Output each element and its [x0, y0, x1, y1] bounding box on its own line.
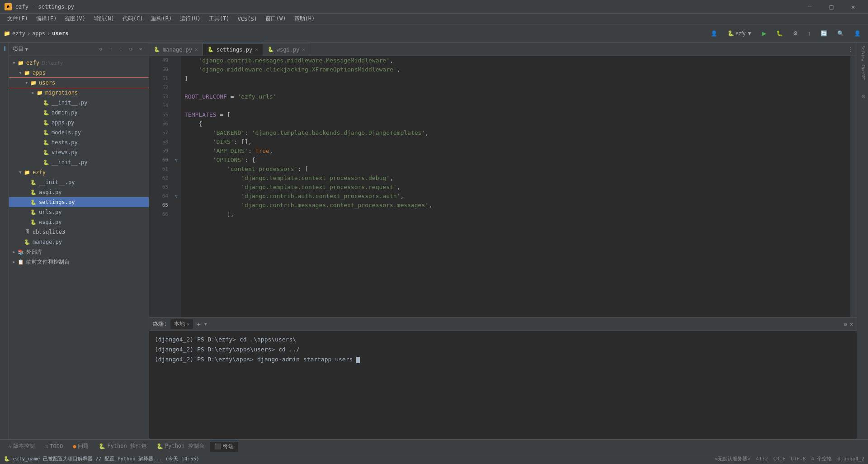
tab-manage[interactable]: 🐍 manage.py ✕ [149, 43, 203, 56]
filter-btn[interactable]: ⋮ [116, 45, 125, 54]
status-line-ending[interactable]: CRLF [774, 456, 786, 462]
minimize-button[interactable]: ─ [799, 0, 820, 14]
tree-item-admin[interactable]: ▶ 🐍 admin.py [9, 108, 149, 118]
user-icon-btn[interactable]: 👤 [707, 28, 721, 38]
terminal-close-icon[interactable]: ✕ [187, 322, 189, 327]
tree-item-db[interactable]: ▶ 🗄 db.sqlite3 [9, 227, 149, 237]
tree-item-apps[interactable]: ▼ 📁 apps [9, 68, 149, 78]
tree-item-models[interactable]: ▶ 🐍 models.py [9, 128, 149, 137]
tab-wsgi[interactable]: 🐍 wsgi.py ✕ [263, 43, 310, 56]
terminal-tab-local[interactable]: 本地 ✕ [170, 319, 193, 329]
bottom-tab-python-console[interactable]: 🐍 Python 控制台 [152, 441, 209, 451]
tab-close-icon[interactable]: ✕ [195, 47, 198, 52]
menu-view[interactable]: 视图(V) [61, 14, 89, 24]
menu-tools[interactable]: 工具(T) [205, 14, 233, 24]
close-button[interactable]: ✕ [843, 0, 863, 14]
breadcrumb-apps[interactable]: apps [32, 30, 45, 37]
menu-file[interactable]: 文件(F) [4, 14, 32, 24]
bottom-tab-vcs[interactable]: ⑃ 版本控制 [4, 441, 39, 451]
tree-item-manage[interactable]: ▶ 🐍 manage.py [9, 237, 149, 247]
gutter-cell [172, 74, 181, 83]
left-sidebar: ▐ [0, 43, 9, 439]
line-num: 61 [149, 165, 168, 174]
sidebar-chatgpt-btn[interactable]: ChatGPT [858, 63, 867, 81]
hide-panel-btn[interactable]: ✕ [136, 45, 145, 54]
tab-more-btn[interactable]: ⋮ [844, 43, 857, 56]
python-icon: 🐍 [42, 149, 50, 156]
add-terminal-btn[interactable]: + [197, 321, 200, 328]
sidebar-project-btn[interactable]: ▐ [0, 44, 9, 52]
tree-item-migrations[interactable]: ▶ 📁 migrations [9, 88, 149, 98]
bottom-tab-todo[interactable]: ☑ TODO [40, 442, 67, 451]
update-btn[interactable]: 🔄 [817, 28, 831, 38]
run-btn[interactable]: ▶ [759, 28, 770, 38]
tree-label: settings.py [39, 199, 75, 205]
terminal-line-3: (django4_2) PS D:\ezfy\apps> django-admi… [155, 355, 851, 365]
editor-scrollbar[interactable] [850, 56, 857, 317]
collapse-all-btn[interactable]: ⊕ [96, 45, 105, 54]
terminal-content[interactable]: (django4_2) PS D:\ezfy> cd .\apps\users\… [149, 331, 857, 439]
main-layout: ▐ 项目 ▼ ⊕ ≡ ⋮ ⚙ ✕ ▼ 📁 ezfy D:\ezfy [0, 43, 868, 439]
search-btn[interactable]: 🔍 [834, 28, 848, 38]
git-btn[interactable]: ↑ [804, 28, 814, 38]
breadcrumb-sep2: › [47, 30, 50, 37]
terminal-settings-icon[interactable]: ⚙ [844, 321, 847, 327]
tree-item-settings[interactable]: ▶ 🐍 settings.py [9, 197, 149, 207]
panel-title[interactable]: 项目 ▼ [13, 45, 28, 53]
tree-item-urls[interactable]: ▶ 🐍 urls.py [9, 207, 149, 217]
tree-item-init-ezfy[interactable]: ▶ 🐍 __init__.py [9, 177, 149, 187]
menu-vcs[interactable]: VCS(S) [234, 15, 261, 23]
menu-code[interactable]: 代码(C) [119, 14, 147, 24]
line-num: 58 [149, 137, 168, 147]
tree-item-apps-py[interactable]: ▶ 🐍 apps.py [9, 118, 149, 128]
bottom-tab-python-packages[interactable]: 🐍 Python 软件包 [94, 441, 151, 451]
terminal-close-panel-icon[interactable]: ✕ [850, 321, 853, 327]
tree-item-ezfy-sub[interactable]: ▼ 📁 ezfy [9, 167, 149, 177]
tree-item-init2[interactable]: ▶ 🐍 __init__.py [9, 157, 149, 167]
tab-settings[interactable]: 🐍 settings.py ✕ [203, 43, 263, 56]
fold-arrow-icon[interactable]: ▽ [175, 194, 177, 199]
tree-item-ezfy-root[interactable]: ▼ 📁 ezfy D:\ezfy [9, 58, 149, 68]
menu-refactor[interactable]: 重构(R) [147, 14, 175, 24]
tree-item-asgi[interactable]: ▶ 🐍 asgi.py [9, 187, 149, 197]
breadcrumb-folder-icon: 📁 [4, 30, 10, 37]
interpreter-info[interactable]: 🐍 ezfy_game 已被配置为项目解释器 // 配置 Python 解释器.… [4, 455, 199, 462]
gear-btn[interactable]: ⚙ [126, 45, 135, 54]
tree-item-temp[interactable]: ▶ 📋 临时文件和控制台 [9, 257, 149, 267]
tree-item-users[interactable]: ▼ 📁 users [9, 78, 149, 88]
breadcrumb-ezfy[interactable]: ezfy [12, 30, 25, 37]
arrow-icon: ▶ [36, 119, 42, 126]
menu-window[interactable]: 窗口(W) [262, 14, 290, 24]
menu-run[interactable]: 运行(U) [176, 14, 204, 24]
debug-btn[interactable]: 🐛 [773, 28, 787, 38]
sidebar-extra-btn[interactable]: 续 [858, 82, 867, 100]
sidebar-scview-btn[interactable]: SciView [858, 44, 867, 62]
status-server[interactable]: <无默认服务器> [715, 455, 750, 462]
tree-item-external[interactable]: ▶ 📚 外部库 [9, 247, 149, 257]
breadcrumb-users[interactable]: users [52, 30, 68, 37]
menu-help[interactable]: 帮助(H) [291, 14, 319, 24]
menu-nav[interactable]: 导航(N) [90, 14, 118, 24]
tree-item-tests[interactable]: ▶ 🐍 tests.py [9, 137, 149, 147]
menu-edit[interactable]: 编辑(E) [33, 14, 61, 24]
status-indent[interactable]: 4 个空格 [811, 455, 832, 462]
tree-item-wsgi[interactable]: ▶ 🐍 wsgi.py [9, 217, 149, 227]
bottom-tab-terminal[interactable]: ⬛ 终端 [210, 441, 238, 452]
fold-arrow-icon[interactable]: ▽ [175, 158, 177, 162]
status-position[interactable]: 41:2 [756, 456, 768, 462]
tree-item-init-users[interactable]: ▶ 🐍 __init__.py [9, 98, 149, 108]
status-encoding[interactable]: UTF-8 [791, 456, 806, 462]
tab-icon: 🐍 [208, 47, 214, 52]
sort-btn[interactable]: ≡ [106, 45, 115, 54]
bottom-tab-problems[interactable]: ● 问题 [68, 441, 93, 451]
status-env[interactable]: django4_2 [837, 456, 864, 462]
code-text-area[interactable]: 'django.contrib.messages.middleware.Mess… [181, 56, 850, 317]
run-config-btn[interactable]: ⚙ [789, 28, 802, 38]
terminal-chevron-icon[interactable]: ▼ [204, 322, 207, 327]
profile-btn[interactable]: 👤 [850, 28, 864, 38]
tab-close-icon[interactable]: ✕ [302, 47, 305, 52]
tab-close-icon[interactable]: ✕ [255, 47, 258, 52]
project-selector-btn[interactable]: 🐍ezfy▼ [724, 28, 756, 38]
maximize-button[interactable]: □ [821, 0, 842, 14]
tree-item-views[interactable]: ▶ 🐍 views.py [9, 147, 149, 157]
